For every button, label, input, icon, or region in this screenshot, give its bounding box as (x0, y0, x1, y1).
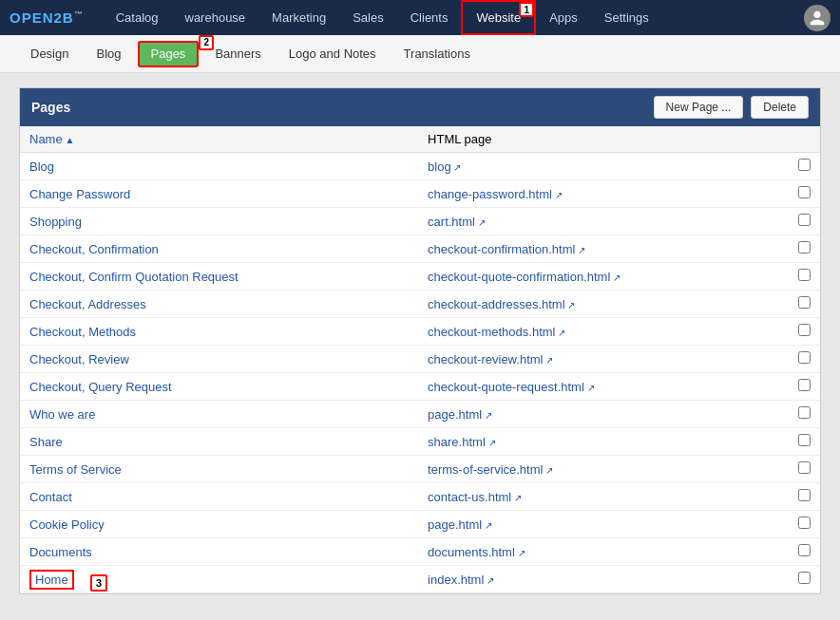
table-row: Terms of Serviceterms-of-service.html (20, 456, 820, 483)
page-name-cell[interactable]: Contact (20, 483, 418, 511)
page-html-link[interactable]: blog (428, 160, 461, 174)
pages-table-container: Pages New Page ... Delete Name HTML page… (19, 87, 821, 594)
nav-catalog[interactable]: Catalog (103, 0, 172, 35)
page-name-cell[interactable]: Checkout, Review (20, 346, 418, 373)
page-checkbox[interactable] (798, 489, 811, 501)
page-html-link[interactable]: checkout-review.html (428, 352, 553, 366)
page-name-link[interactable]: Checkout, Review (29, 352, 129, 366)
page-name-cell[interactable]: Change Password (20, 180, 418, 208)
page-name-cell[interactable]: Share (20, 428, 418, 456)
table-row: Who we arepage.html (20, 401, 820, 428)
sort-asc-icon (63, 132, 75, 146)
nav-warehouse[interactable]: warehouse (172, 0, 259, 35)
page-name-link[interactable]: Checkout, Confirmation (29, 242, 159, 256)
page-html-cell: contact-us.html (418, 483, 789, 511)
table-header: Pages New Page ... Delete (20, 88, 820, 126)
subnav-design[interactable]: Design (19, 41, 80, 67)
page-name-link[interactable]: Terms of Service (29, 462, 122, 477)
table-row: Change Passwordchange-password.html (20, 180, 820, 208)
page-checkbox[interactable] (798, 241, 811, 254)
page-html-link[interactable]: checkout-quote-request.html (428, 380, 595, 394)
page-name-cell[interactable]: Cookie Policy (20, 511, 418, 538)
new-page-button[interactable]: New Page ... (654, 96, 744, 119)
nav-sales[interactable]: Sales (339, 0, 397, 35)
page-select-cell (789, 428, 820, 456)
page-name-cell[interactable]: Terms of Service (20, 456, 418, 483)
page-name-cell[interactable]: Blog (20, 153, 418, 180)
page-checkbox[interactable] (798, 461, 811, 474)
page-name-link[interactable]: Blog (29, 160, 54, 174)
page-name-link[interactable]: Contact (29, 490, 72, 504)
page-html-link[interactable]: terms-of-service.html (428, 462, 553, 477)
page-html-link[interactable]: documents.html (428, 545, 525, 559)
page-name-cell[interactable]: Checkout, Query Request (20, 373, 418, 401)
page-html-link[interactable]: page.html (428, 517, 492, 532)
page-checkbox[interactable] (798, 296, 811, 309)
nav-settings[interactable]: Settings (591, 0, 662, 35)
user-avatar[interactable] (804, 5, 830, 31)
page-name-link[interactable]: Change Password (29, 187, 130, 201)
page-name-link[interactable]: Documents (29, 545, 92, 559)
page-select-cell (789, 566, 820, 593)
page-html-link[interactable]: page.html (428, 407, 492, 422)
page-name-link[interactable]: Who we are (29, 407, 95, 422)
nav-apps[interactable]: Apps (536, 0, 591, 35)
page-html-link[interactable]: index.html (428, 573, 494, 587)
nav-website-wrap: Website 1 (461, 0, 536, 35)
page-checkbox[interactable] (798, 159, 811, 171)
table-row: Checkout, Query Requestcheckout-quote-re… (20, 373, 820, 401)
page-name-link[interactable]: Cookie Policy (29, 517, 105, 532)
page-name-cell[interactable]: Checkout, Confirmation (20, 235, 418, 263)
page-checkbox[interactable] (798, 406, 811, 419)
table-row: Documentsdocuments.html (20, 538, 820, 566)
nav-marketing[interactable]: Marketing (258, 0, 339, 35)
subnav-translations[interactable]: Translations (392, 41, 482, 67)
page-html-link[interactable]: checkout-confirmation.html (428, 242, 585, 256)
page-checkbox[interactable] (798, 351, 811, 364)
page-checkbox[interactable] (798, 572, 811, 584)
subnav-pages[interactable]: Pages (138, 41, 200, 67)
page-checkbox[interactable] (798, 269, 811, 281)
page-checkbox[interactable] (798, 324, 811, 336)
page-html-link[interactable]: checkout-quote-confirmation.html (428, 270, 620, 284)
table-row: Checkout, Confirm Quotation Requestcheck… (20, 263, 820, 291)
page-checkbox[interactable] (798, 379, 811, 391)
page-name-cell[interactable]: Who we are (20, 401, 418, 428)
page-name-link[interactable]: Checkout, Methods (29, 325, 136, 339)
page-html-link[interactable]: checkout-addresses.html (428, 297, 575, 311)
subnav-logo-notes[interactable]: Logo and Notes (277, 41, 388, 67)
page-name-link[interactable]: Checkout, Addresses (29, 297, 146, 311)
page-html-link[interactable]: cart.html (428, 215, 486, 229)
col-name[interactable]: Name (20, 126, 418, 153)
page-html-link[interactable]: share.html (428, 435, 495, 449)
page-html-link[interactable]: contact-us.html (428, 490, 522, 504)
page-name-cell[interactable]: Checkout, Confirm Quotation Request (20, 263, 418, 291)
page-select-cell (789, 511, 820, 538)
nav-clients[interactable]: Clients (397, 0, 462, 35)
logo: OPEN2B™ (10, 9, 84, 26)
page-checkbox[interactable] (798, 434, 811, 446)
col-select (789, 126, 820, 153)
page-name-link[interactable]: Checkout, Confirm Quotation Request (29, 270, 239, 284)
page-name-link[interactable]: Shopping (29, 215, 82, 229)
subnav-banners[interactable]: Banners (203, 41, 272, 67)
page-name-link[interactable]: Home (29, 570, 74, 590)
page-name-link[interactable]: Checkout, Query Request (29, 380, 172, 394)
page-checkbox[interactable] (798, 517, 811, 529)
page-checkbox[interactable] (798, 544, 811, 556)
table-row: Checkout, Addressescheckout-addresses.ht… (20, 291, 820, 318)
page-html-link[interactable]: change-password.html (428, 187, 563, 201)
table-title: Pages (31, 100, 70, 115)
page-name-cell[interactable]: Shopping (20, 208, 418, 235)
page-name-link[interactable]: Share (29, 435, 63, 449)
page-name-cell[interactable]: Home (20, 566, 418, 593)
page-name-cell[interactable]: Checkout, Methods (20, 318, 418, 346)
page-name-cell[interactable]: Documents (20, 538, 418, 566)
subnav-blog[interactable]: Blog (85, 41, 132, 67)
page-checkbox[interactable] (798, 186, 811, 198)
table-row: Checkout, Confirmationcheckout-confirmat… (20, 235, 820, 263)
page-name-cell[interactable]: Checkout, Addresses (20, 291, 418, 318)
page-checkbox[interactable] (798, 214, 811, 226)
page-html-link[interactable]: checkout-methods.html (428, 325, 565, 339)
delete-button[interactable]: Delete (751, 96, 809, 119)
